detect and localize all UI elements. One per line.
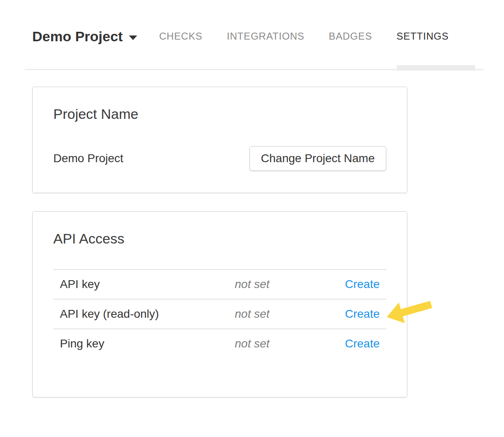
tab-settings[interactable]: SETTINGS: [397, 31, 449, 43]
header-divider: [25, 69, 484, 70]
project-name-row: Demo Project Change Project Name: [53, 146, 386, 171]
key-value: not set: [228, 299, 338, 329]
key-label: API key (read-only): [53, 299, 228, 329]
table-row-ping-key: Ping key not set Create: [53, 329, 386, 358]
key-label: API key: [53, 269, 228, 299]
api-access-card-title: API Access: [53, 231, 386, 247]
api-access-card: API Access API key not set Create API ke…: [32, 211, 407, 397]
nav-tabs: CHECKS INTEGRATIONS BADGES SETTINGS: [159, 31, 449, 43]
table-row-api-key: API key not set Create: [53, 269, 386, 299]
change-project-name-button[interactable]: Change Project Name: [250, 146, 386, 171]
table-row-api-key-read-only: API key (read-only) not set Create: [53, 299, 386, 329]
tab-checks[interactable]: CHECKS: [159, 31, 202, 43]
tab-badges[interactable]: BADGES: [329, 31, 372, 43]
project-name-card: Project Name Demo Project Change Project…: [32, 87, 407, 193]
key-value: not set: [228, 329, 338, 358]
api-keys-table: API key not set Create API key (read-onl…: [53, 269, 386, 359]
project-switcher[interactable]: Demo Project: [32, 28, 137, 45]
key-value: not set: [228, 269, 338, 299]
caret-down-icon: [129, 35, 137, 40]
create-api-key-link[interactable]: Create: [345, 278, 380, 291]
project-name-card-title: Project Name: [53, 106, 386, 122]
tab-integrations[interactable]: INTEGRATIONS: [227, 31, 304, 43]
header: Demo Project CHECKS INTEGRATIONS BADGES …: [32, 28, 449, 45]
create-ping-key-link[interactable]: Create: [345, 337, 380, 350]
key-label: Ping key: [53, 329, 228, 358]
project-title[interactable]: Demo Project: [32, 28, 123, 45]
current-project-name: Demo Project: [53, 152, 124, 165]
create-readonly-api-key-link[interactable]: Create: [345, 307, 380, 320]
